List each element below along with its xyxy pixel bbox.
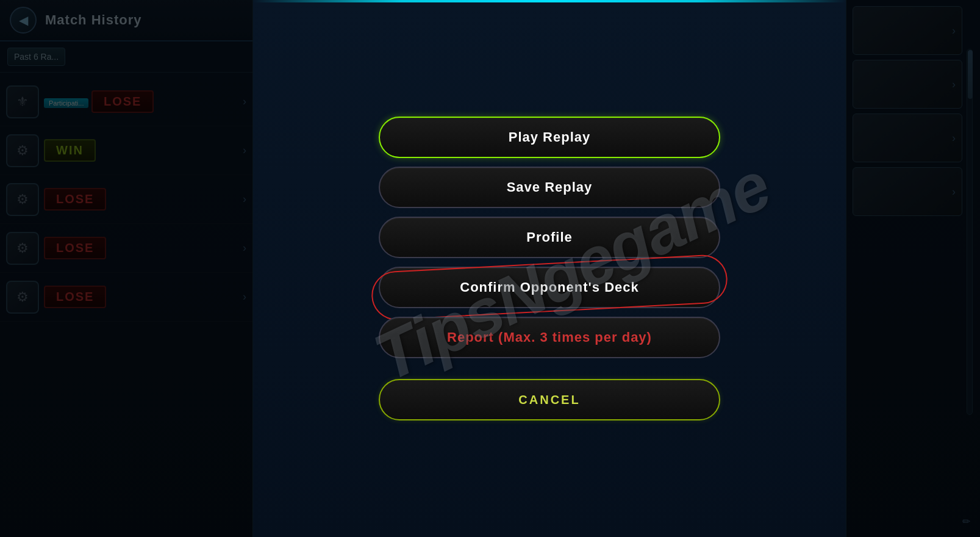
modal-dialog: Play Replay Save Replay Profile Confirm …	[253, 0, 846, 537]
profile-button[interactable]: Profile	[379, 217, 720, 258]
save-replay-label: Save Replay	[507, 179, 593, 195]
cancel-label: CANCEL	[518, 393, 580, 407]
save-replay-button[interactable]: Save Replay	[379, 167, 720, 208]
cancel-button[interactable]: CANCEL	[379, 379, 720, 420]
modal-top-border	[253, 0, 846, 2]
profile-label: Profile	[526, 229, 572, 245]
modal-inner: Play Replay Save Replay Profile Confirm …	[367, 92, 732, 445]
confirm-deck-button[interactable]: Confirm Opponent's Deck	[379, 267, 720, 308]
report-label: Report (Max. 3 times per day)	[447, 330, 652, 345]
play-replay-button[interactable]: Play Replay	[379, 117, 720, 158]
play-replay-label: Play Replay	[509, 129, 591, 145]
report-button[interactable]: Report (Max. 3 times per day)	[379, 317, 720, 358]
confirm-deck-label: Confirm Opponent's Deck	[460, 279, 638, 295]
